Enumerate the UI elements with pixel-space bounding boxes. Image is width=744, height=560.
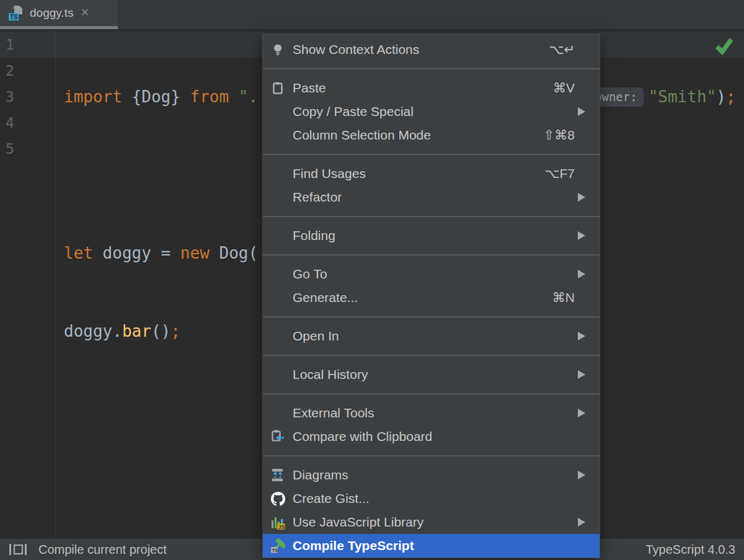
menu-separator [263,254,600,256]
menu-item-use-javascript-library[interactable]: JS Use JavaScript Library [263,510,600,534]
menu-item-external-tools[interactable]: External Tools [263,401,600,425]
submenu-arrow-icon [578,370,585,379]
menu-item-refactor[interactable]: Refactor [263,185,600,209]
status-message: Compile current project [38,543,167,557]
code-line-5 [64,396,258,422]
code-line-3: let doggy = new Dog( [64,240,258,266]
code-line-1: import {Dog} from ". [64,84,258,110]
shortcut: ⌘N [552,290,575,305]
menu-item-show-context-actions[interactable]: Show Context Actions ⌥↵ [263,38,600,61]
submenu-arrow-icon [578,107,585,116]
menu-separator [263,316,600,318]
tab-doggy-ts[interactable]: TS doggy.ts × [0,0,118,29]
line-number: 1 [0,32,55,58]
code-line-3-tail: owner: "Smith"); [586,84,736,110]
editor-tab-bar: TS doggy.ts × [0,0,744,29]
typescript-version-widget[interactable]: TypeScript 4.0.3 [645,543,735,557]
menu-item-column-selection-mode[interactable]: Column Selection Mode ⇧⌘8 [263,123,600,147]
tab-title: doggy.ts [30,6,73,20]
menu-item-find-usages[interactable]: Find Usages ⌥F7 [263,162,600,185]
shortcut: ⇧⌘8 [544,128,575,143]
code-line-2 [64,162,258,188]
typescript-file-icon: TS [8,5,23,21]
menu-item-generate[interactable]: Generate... ⌘N [263,286,600,309]
github-icon [270,491,285,506]
line-number: 5 [0,136,55,162]
menu-item-folding[interactable]: Folding [263,224,600,247]
editor-gutter: 1 2 3 4 5 [0,29,56,538]
submenu-arrow-icon [578,193,585,202]
compare-clipboard-icon [270,429,285,444]
compile-typescript-icon: TS [270,538,285,553]
svg-text:JS: JS [278,523,285,530]
line-number: 2 [0,58,55,84]
lightbulb-icon [270,42,285,57]
menu-item-create-gist[interactable]: Create Gist... [263,487,600,510]
menu-separator [263,68,600,69]
submenu-arrow-icon [578,270,585,278]
restore-windows-icon[interactable] [9,543,27,556]
js-library-icon: JS [270,515,285,530]
menu-item-open-in[interactable]: Open In [263,324,600,348]
shortcut: ⌘V [553,81,575,96]
menu-item-paste[interactable]: Paste ⌘V [263,76,600,100]
inspections-ok-icon[interactable] [713,34,735,56]
close-icon[interactable]: × [81,6,89,19]
shortcut: ⌥↵ [549,42,575,57]
menu-item-local-history[interactable]: Local History [263,363,600,386]
diagrams-icon [270,468,285,482]
paste-icon [270,81,285,96]
line-number: 3 [0,84,55,110]
context-menu: Show Context Actions ⌥↵ Paste ⌘V Copy / … [263,34,600,558]
menu-separator [263,154,600,155]
submenu-arrow-icon [578,518,585,527]
code-text: import {Dog} from ". let doggy = new Dog… [64,32,258,474]
submenu-arrow-icon [578,332,585,340]
menu-item-compile-typescript[interactable]: TS Compile TypeScript [263,534,600,558]
svg-text:TS: TS [10,14,18,20]
menu-item-diagrams[interactable]: Diagrams [263,463,600,487]
menu-item-compare-with-clipboard[interactable]: Compare with Clipboard [263,425,600,448]
code-line-4: doggy.bar(); [64,318,258,344]
svg-text:TS: TS [272,548,278,553]
shortcut: ⌥F7 [544,166,575,181]
menu-item-go-to[interactable]: Go To [263,262,600,286]
menu-item-copy-paste-special[interactable]: Copy / Paste Special [263,100,600,123]
menu-separator [263,216,600,217]
menu-separator [263,455,600,456]
submenu-arrow-icon [578,409,585,417]
menu-separator [263,355,600,356]
line-number: 4 [0,110,55,136]
menu-separator [263,393,600,394]
submenu-arrow-icon [578,471,585,479]
submenu-arrow-icon [578,231,585,240]
